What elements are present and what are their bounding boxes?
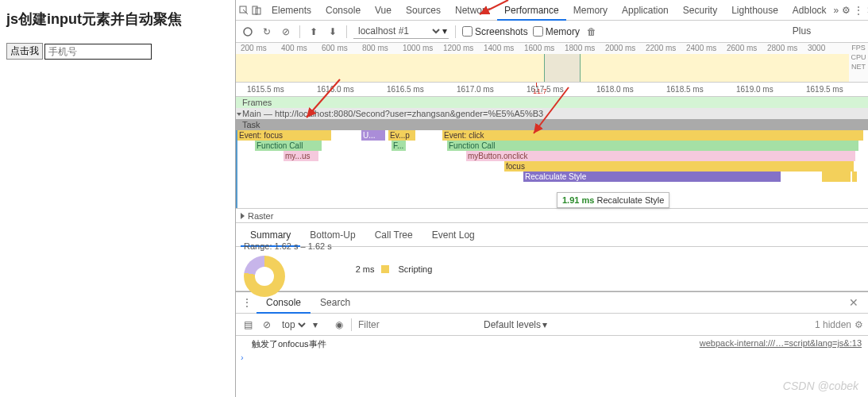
- drawer-close-icon[interactable]: ✕: [844, 296, 863, 309]
- console-settings-icon[interactable]: ⚙: [854, 319, 863, 330]
- tab-memory[interactable]: Memory: [566, 0, 615, 21]
- summary-panel: Range: 1.62 s – 1.62 s 2 ms Scripting: [236, 247, 868, 291]
- scripting-label: Scripting: [399, 264, 433, 274]
- tab-application[interactable]: Application: [615, 0, 676, 21]
- page-title: js创建input元素并自动聚焦: [6, 10, 229, 29]
- frames-track[interactable]: Frames: [236, 97, 868, 108]
- console-prompt[interactable]: ›: [236, 351, 868, 364]
- settings-icon[interactable]: ⚙: [842, 4, 851, 17]
- detail-tab-eventlog[interactable]: Event Log: [422, 223, 484, 247]
- flame-event-focus[interactable]: Event: focus: [237, 130, 331, 141]
- devtools-tabs: Elements Console Vue Sources Network Per…: [236, 0, 868, 21]
- trash-icon[interactable]: 🗑: [584, 25, 599, 39]
- console-toolbar: ▤ ⊘ top▾ ◉ Default levels▾ 1 hidden ⚙: [236, 314, 868, 336]
- kebab-menu-icon[interactable]: ⋮: [854, 4, 863, 17]
- reload-record-icon[interactable]: ↻: [260, 25, 274, 39]
- fps-label: FPS: [849, 43, 868, 52]
- recording-select[interactable]: localhost #1: [355, 25, 442, 37]
- console-log-row[interactable]: 触发了onfocus事件 webpack-internal:///…=scrip…: [236, 337, 868, 351]
- drawer-tabs: ⋮ Console Search ✕: [236, 291, 868, 314]
- legend-square-scripting: [381, 265, 389, 273]
- devtools-panel: Elements Console Vue Sources Network Per…: [235, 0, 868, 397]
- console-clear-icon[interactable]: ⊘: [260, 318, 274, 332]
- cpu-label: CPU: [849, 52, 868, 62]
- svg-point-3: [244, 28, 252, 36]
- main-track[interactable]: Main — http://localhost:8080/Second?user…: [236, 108, 868, 119]
- flame-mybutton-onclick[interactable]: myButton.onclick: [466, 151, 855, 161]
- tab-adblock[interactable]: Adblock Plus: [785, 0, 834, 21]
- flame-evp[interactable]: Ev...p: [388, 130, 415, 141]
- download-icon[interactable]: ⬇: [326, 25, 340, 39]
- scripting-ms: 2 ms: [356, 264, 375, 274]
- raster-track[interactable]: Raster: [236, 208, 868, 222]
- tab-sources[interactable]: Sources: [399, 0, 448, 21]
- detail-tab-calltree[interactable]: Call Tree: [365, 223, 422, 247]
- click-me-button[interactable]: 点击我: [6, 43, 43, 60]
- flame-f[interactable]: F...: [392, 141, 406, 151]
- tab-elements[interactable]: Elements: [264, 0, 318, 21]
- flame-funccall-1[interactable]: Function Call: [255, 141, 322, 151]
- phone-input[interactable]: [44, 44, 152, 60]
- detail-ruler[interactable]: 1615.5 ms1616.0 ms1616.5 ms1617.0 ms1617…: [236, 83, 868, 97]
- console-source-link[interactable]: webpack-internal:///…=script&lang=js&:13: [700, 338, 862, 350]
- flame-misc-1[interactable]: [822, 172, 851, 182]
- performance-toolbar: ↻ ⊘ ⬆ ⬇ localhost #1▾ Screenshots Memory…: [236, 21, 868, 43]
- screenshots-checkbox[interactable]: Screenshots: [462, 26, 528, 37]
- flame-u[interactable]: U...: [361, 130, 385, 141]
- more-tabs-icon[interactable]: »: [834, 4, 839, 17]
- summary-donut: [244, 256, 285, 297]
- console-filter-input[interactable]: [357, 318, 479, 332]
- net-label: NET: [849, 62, 868, 71]
- record-icon[interactable]: [241, 25, 255, 39]
- console-context-select[interactable]: top: [279, 318, 308, 331]
- tab-network[interactable]: Network: [448, 0, 497, 21]
- inspect-icon[interactable]: [239, 4, 249, 17]
- console-levels-select[interactable]: Default levels▾: [484, 319, 547, 330]
- summary-range: Range: 1.62 s – 1.62 s: [244, 241, 332, 251]
- clear-icon[interactable]: ⊘: [279, 25, 293, 39]
- device-toggle-icon[interactable]: [252, 4, 261, 17]
- tab-lighthouse[interactable]: Lighthouse: [724, 0, 785, 21]
- tab-vue[interactable]: Vue: [368, 0, 399, 21]
- console-sidebar-icon[interactable]: ▤: [241, 318, 255, 332]
- memory-checkbox[interactable]: Memory: [533, 26, 580, 37]
- console-eye-icon[interactable]: ◉: [332, 318, 346, 332]
- console-body[interactable]: 触发了onfocus事件 webpack-internal:///…=scrip…: [236, 336, 868, 397]
- upload-icon[interactable]: ⬆: [307, 25, 321, 39]
- flame-funccall-2[interactable]: Function Call: [447, 141, 858, 151]
- task-track[interactable]: Task: [236, 119, 868, 130]
- tab-console[interactable]: Console: [318, 0, 368, 21]
- drawer-kebab-icon[interactable]: ⋮: [241, 296, 253, 309]
- timeline-overview[interactable]: 200 ms400 ms600 ms800 ms1000 ms1200 ms14…: [236, 43, 868, 83]
- flame-focus[interactable]: focus: [504, 161, 854, 172]
- flame-recalc[interactable]: Recalculate Style: [523, 172, 781, 182]
- drawer-tab-search[interactable]: Search: [311, 291, 360, 314]
- flame-chart[interactable]: Frames Main — http://localhost:8080/Seco…: [236, 97, 868, 223]
- flame-myus[interactable]: my...us: [284, 151, 318, 161]
- console-hidden-count[interactable]: 1 hidden: [815, 319, 851, 330]
- flame-tooltip: 1.91 ms Recalculate Style: [557, 192, 669, 208]
- flame-misc-2[interactable]: [852, 172, 857, 182]
- svg-rect-2: [256, 8, 260, 14]
- flame-event-click[interactable]: Event: click: [442, 130, 863, 141]
- tab-security[interactable]: Security: [676, 0, 724, 21]
- tab-performance[interactable]: Performance: [497, 0, 566, 21]
